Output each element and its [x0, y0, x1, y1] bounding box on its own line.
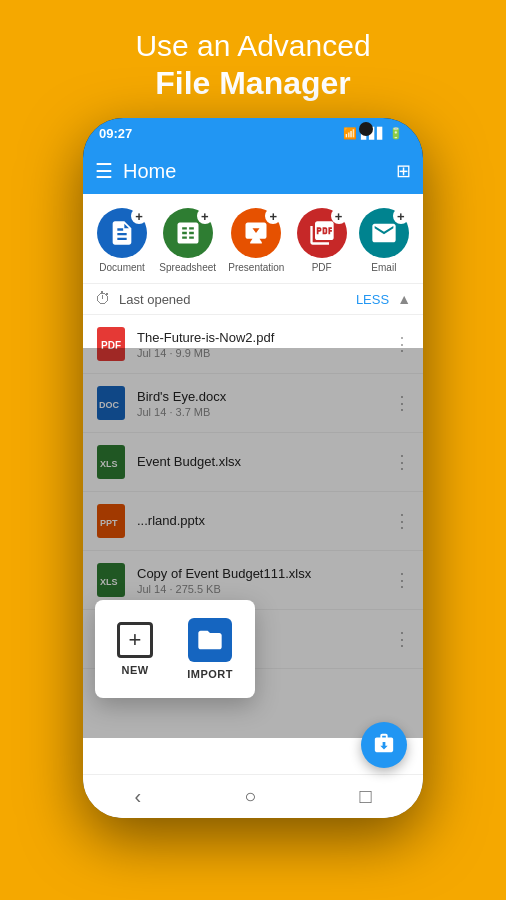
- doc-plus-icon: +: [131, 208, 147, 224]
- action-pdf-label: PDF: [312, 262, 332, 273]
- nav-title: Home: [123, 160, 386, 183]
- phone-container: 09:27 📶 ▋▋▋ 🔋 ☰ Home ⊞ + Docume: [83, 118, 423, 818]
- back-nav-icon[interactable]: ‹: [135, 785, 142, 808]
- spreadsheet-plus-icon: +: [197, 208, 213, 224]
- section-header[interactable]: ⏱ Last opened LESS ▲: [83, 283, 423, 315]
- import-icon: [188, 618, 232, 662]
- recents-nav-icon[interactable]: □: [359, 785, 371, 808]
- less-button[interactable]: LESS: [356, 292, 389, 307]
- action-spreadsheet-label: Spreadsheet: [159, 262, 216, 273]
- home-nav-icon[interactable]: ○: [244, 785, 256, 808]
- header-line1: Use an Advanced: [135, 28, 370, 64]
- new-icon: +: [117, 622, 153, 658]
- hamburger-icon[interactable]: ☰: [95, 159, 113, 183]
- status-bar: 09:27 📶 ▋▋▋ 🔋: [83, 118, 423, 148]
- nav-bar: ☰ Home ⊞: [83, 148, 423, 194]
- battery-icon: 🔋: [389, 127, 403, 140]
- status-icons: 📶 ▋▋▋ 🔋: [343, 127, 403, 140]
- action-spreadsheet[interactable]: + Spreadsheet: [159, 208, 216, 273]
- action-document[interactable]: + Document: [97, 208, 147, 273]
- header-line2: File Manager: [135, 64, 370, 102]
- file-name: The-Future-is-Now2.pdf: [137, 330, 383, 345]
- action-presentation-label: Presentation: [228, 262, 284, 273]
- popup-new-item[interactable]: + NEW: [117, 622, 153, 676]
- new-label: NEW: [121, 664, 148, 676]
- action-email-label: Email: [371, 262, 396, 273]
- status-time: 09:27: [99, 126, 132, 141]
- wifi-icon: 📶: [343, 127, 357, 140]
- action-pdf[interactable]: + PDF: [297, 208, 347, 273]
- pdf-plus-icon: +: [331, 208, 347, 224]
- chevron-up-icon: ▲: [397, 291, 411, 307]
- grid-view-icon[interactable]: ⊞: [396, 160, 411, 182]
- popup-import-item[interactable]: IMPORT: [187, 618, 233, 680]
- action-email[interactable]: + Email: [359, 208, 409, 273]
- presentation-plus-icon: +: [265, 208, 281, 224]
- fab-icon: [373, 732, 395, 759]
- action-document-label: Document: [99, 262, 145, 273]
- history-icon: ⏱: [95, 290, 111, 308]
- section-label: Last opened: [119, 292, 348, 307]
- email-plus-icon: +: [393, 208, 409, 224]
- import-label: IMPORT: [187, 668, 233, 680]
- quick-actions: + Document + Spreadsheet +: [83, 194, 423, 283]
- action-presentation[interactable]: + Presentation: [228, 208, 284, 273]
- bottom-bar: ‹ ○ □: [83, 774, 423, 818]
- popup-card: + NEW IMPORT: [95, 600, 255, 698]
- phone-screen: 09:27 📶 ▋▋▋ 🔋 ☰ Home ⊞ + Docume: [83, 118, 423, 818]
- header-text: Use an Advanced File Manager: [115, 0, 390, 118]
